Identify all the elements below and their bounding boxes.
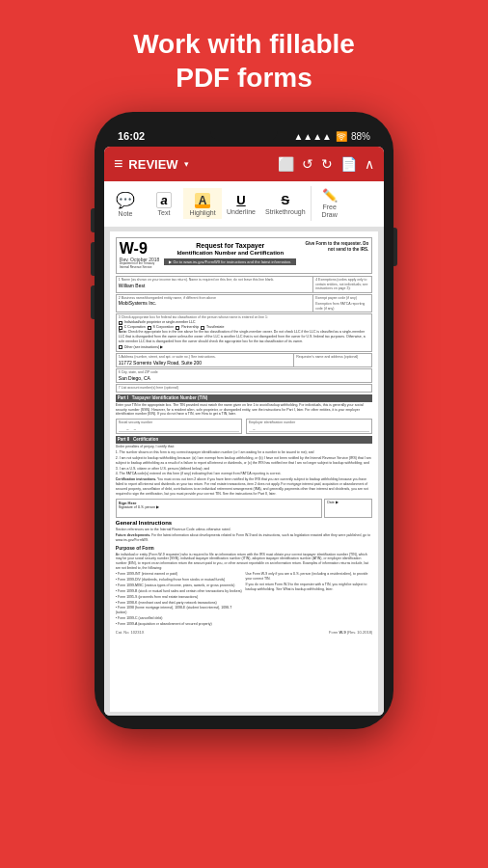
w9-subtitle: Identification Number and Certification	[164, 250, 296, 258]
section-refs: Section references are to the Internal R…	[116, 528, 372, 532]
review-label: REVIEW	[128, 157, 177, 172]
part2-label: Certification	[133, 437, 158, 442]
name-cell: 1 Name (as shown on your income tax retu…	[117, 277, 313, 292]
annotation-text[interactable]: a Text	[145, 189, 183, 219]
annotation-note[interactable]: 💬 Note	[106, 188, 145, 220]
general-header: General Instructions	[116, 520, 372, 528]
save-icon[interactable]: ⬜	[278, 156, 294, 172]
phone-notch	[210, 127, 278, 141]
name-value: William Best	[119, 283, 311, 289]
hero-line1: Work with fillable	[133, 29, 355, 59]
phone-screen: ≡ REVIEW ▾ ⬜ ↺ ↻ 📄 ∧ 💬 Note	[104, 147, 384, 716]
annotation-bar: 💬 Note a Text A Highlight	[104, 181, 384, 228]
exempt-payee-label: Exempt payee code (if any)	[315, 296, 369, 301]
redo-icon[interactable]: ↻	[321, 156, 333, 172]
form-items-section: • Form 1099-INT (interest earned or paid…	[116, 572, 372, 628]
pdf-area[interactable]: W-9 Rev. October 2018 Department of the …	[104, 228, 384, 716]
requester-cell: Requester's name and address (optional)	[294, 354, 371, 366]
cat-number: Cat. No. 10231X	[116, 630, 145, 635]
form-items-left: • Form 1099-INT (interest earned or paid…	[116, 572, 243, 628]
city-value: San Diego, CA	[119, 375, 369, 382]
w9-title-block: Request for Taxpayer Identification Numb…	[159, 241, 301, 266]
w9-dept: Department of the TreasuryInternal Reven…	[120, 262, 160, 270]
address-row: 5 Address (number, street, and apt. or s…	[116, 353, 372, 367]
note-label: Note	[119, 210, 133, 217]
undo-icon[interactable]: ↺	[302, 156, 313, 172]
form-item-1099-c: • Form 1099-C (cancelled debt)	[116, 616, 243, 621]
fatca-label: Exemption from FATCA reporting code (if …	[315, 302, 369, 311]
collapse-icon[interactable]: ∧	[365, 156, 374, 172]
tin-fields: Social security number – – Employer iden…	[116, 419, 372, 434]
underline-label: Underline	[227, 208, 256, 215]
cb-trust	[201, 326, 204, 330]
annotation-highlight[interactable]: A Highlight	[183, 188, 222, 219]
future-dev: Future developments. For the latest info…	[116, 533, 372, 543]
llc-note: Note: Check the appropriate box in the l…	[119, 330, 369, 344]
form-item-1099-k: • Form 1098-K (merchant card and third-p…	[116, 601, 243, 606]
ein-input: –	[249, 426, 369, 432]
backup-withholding-text: If you do not return Form W-9 to the req…	[246, 583, 373, 592]
wifi-icon: 🛜	[336, 131, 347, 142]
status-icons: ▲▲▲▲ 🛜 88%	[293, 131, 370, 142]
cert-item-1: 1. The number shown on this form is my c…	[116, 450, 372, 455]
part1-label: Taxpayer Identification Number (TIN)	[132, 395, 207, 400]
menu-icon[interactable]: ≡	[114, 155, 122, 173]
part1-title: Part I	[118, 395, 128, 400]
toolbar-left: ≡ REVIEW ▾	[114, 155, 189, 173]
annotation-strikethrough[interactable]: S Strikethrough	[260, 190, 311, 218]
city-cell: 6 City, state, and ZIP code San Diego, C…	[117, 369, 371, 382]
app-toolbar: ≡ REVIEW ▾ ⬜ ↺ ↻ 📄 ∧	[104, 147, 384, 181]
battery-indicator: 88%	[351, 131, 370, 142]
cert-instructions: Certification instructions. You must cro…	[116, 477, 372, 497]
annotation-underline[interactable]: U Underline	[222, 190, 260, 218]
exemption-label: 4 Exemptions (codes apply only to certai…	[315, 278, 369, 291]
toolbar-right: ⬜ ↺ ↻ 📄 ∧	[278, 156, 374, 172]
free-draw-icon: ✏️	[322, 188, 338, 203]
form-items-right: Use Form W-9 only if you are a U.S. pers…	[246, 572, 373, 628]
checkbox-row-individual: ● Individual/sole proprietor or single-m…	[119, 320, 369, 325]
strikethrough-label: Strikethrough	[265, 208, 306, 215]
highlight-label: Highlight	[189, 209, 215, 216]
form-footer: Cat. No. 10231X Form W-9 (Rev. 10-2018)	[116, 630, 372, 635]
w9-header: W-9 Rev. October 2018 Department of the …	[116, 237, 372, 274]
cb-partnership	[176, 326, 179, 330]
form-item-1099-a: • Form 1099-A (acquisition or abandonmen…	[116, 622, 243, 627]
address-value: 11772 Sorrento Valley Road, Suite 200	[119, 360, 291, 366]
w9-form-id: W-9 Rev. October 2018 Department of the …	[120, 241, 160, 270]
date-line	[327, 504, 369, 510]
date-box: Date ▶	[324, 499, 372, 518]
form-footer-label: Form W-9 (Rev. 10-2018)	[329, 630, 372, 635]
part1-header: Part I Taxpayer Identification Number (T…	[116, 394, 372, 402]
cert-item-4: 4. The FATCA code(s) entered on this for…	[116, 472, 372, 476]
form-item-1099-misc: • Form 1099-MISC (various types of incom…	[116, 583, 243, 588]
exemption-cell: 4 Exemptions (codes apply only to certai…	[313, 277, 371, 292]
w9-title: Request for Taxpayer	[164, 241, 296, 250]
name-row: 1 Name (as shown on your income tax retu…	[116, 276, 372, 293]
dropdown-arrow-icon[interactable]: ▾	[184, 159, 189, 169]
bookmark-icon[interactable]: 📄	[340, 156, 357, 172]
account-row: 7 List account number(s) here (optional)	[116, 384, 372, 393]
strikethrough-icon: S	[281, 193, 289, 207]
text-label: Text	[158, 209, 171, 216]
w9-give-form: Give Form to the requester. Do not send …	[301, 241, 368, 253]
part1-text: Enter your TIN in the appropriate box. T…	[116, 403, 372, 418]
part2-title: Part II	[118, 437, 130, 442]
use-w9-text: Use Form W-9 only if you are a U.S. pers…	[246, 572, 373, 582]
phone-shell: 16:02 ▲▲▲▲ 🛜 88% ≡ REVIEW ▾ ⬜ ↺ ↻	[95, 112, 393, 729]
cert-item-3: 3. I am a U.S. citizen or other U.S. per…	[116, 467, 372, 472]
exempt-payee-cell: Exempt payee code (if any) Exemption fro…	[313, 295, 371, 312]
hero-text: Work with fillable PDF forms	[114, 0, 374, 112]
ssn-input: – –	[119, 426, 239, 432]
phone-time: 16:02	[118, 130, 145, 142]
free-draw-label: FreeDraw	[321, 203, 337, 220]
checkbox-row-corp: C Corporation S Corporation Partnership …	[119, 325, 369, 330]
sign-here-box: Sign Here Signature of U.S. person ▶	[116, 499, 322, 518]
checkbox-row-other: Other (see instructions) ▶	[119, 345, 369, 350]
requester-label: Requester's name and address (optional)	[296, 355, 369, 360]
form-item-1099-div: • Form 1099-DIV (dividends, including th…	[116, 578, 243, 583]
form-item-1098: • Form 1098 (home mortgage interest), 10…	[116, 606, 243, 615]
annotation-free-draw[interactable]: ✏️ FreeDraw	[312, 185, 348, 223]
hero-section: Work with fillable PDF forms	[114, 0, 374, 112]
account-cell: 7 List account number(s) here (optional)	[117, 385, 371, 392]
purpose-title: Purpose of Form	[116, 545, 372, 552]
